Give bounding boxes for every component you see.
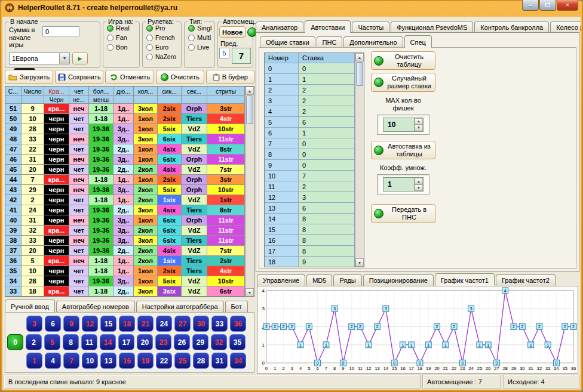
number-button-35[interactable]: 35 xyxy=(229,334,246,350)
table-row[interactable]: 3720чернчет19-362д..2кол4sixVdZ7str xyxy=(5,246,245,256)
number-button-21[interactable]: 21 xyxy=(137,316,154,332)
game-option-fan[interactable]: Fan xyxy=(107,34,139,41)
number-button-7[interactable]: 7 xyxy=(63,353,79,369)
sub-tab-2[interactable]: Дополнительно xyxy=(343,36,403,48)
number-button-12[interactable]: 12 xyxy=(82,316,98,332)
roulette-option-french[interactable]: French xyxy=(146,34,181,41)
close-button[interactable]: × xyxy=(557,0,578,11)
table-row[interactable]: 3428чернчет19-363д..1кол5sixVdZ10str xyxy=(5,276,245,286)
table-row[interactable]: 4833черннеч19-363д..3кол6sixTiers11str xyxy=(5,134,245,144)
number-button-25[interactable]: 25 xyxy=(174,353,191,369)
number-button-4[interactable]: 4 xyxy=(45,353,61,369)
table-row[interactable]: 3932кра...чет19-363д..2кол6sixVdZ11str xyxy=(5,226,245,236)
number-button-16[interactable]: 16 xyxy=(119,353,135,369)
number-button-1[interactable]: 1 xyxy=(26,353,42,369)
number-button-18[interactable]: 18 xyxy=(119,316,135,332)
number-button-20[interactable]: 20 xyxy=(137,334,153,350)
table-row[interactable]: 4928чернчет19-363д..1кол5sixVdZ10str xyxy=(5,124,245,134)
header-cell[interactable]: дю... xyxy=(113,87,134,96)
maximize-button[interactable] xyxy=(539,0,556,11)
table-row[interactable]: 365кра...неч1-181д..2кол1sixTiers2str xyxy=(5,256,245,266)
clear-button[interactable]: × Очистить xyxy=(156,70,204,84)
header-cell[interactable]: Ставка xyxy=(299,53,355,63)
titlebar[interactable]: HelperRoullet 8.71 - create helperroulle… xyxy=(0,0,583,16)
header-cell[interactable]: Число xyxy=(22,87,44,96)
table-row[interactable]: 32 xyxy=(265,95,355,106)
roulette-option-euro[interactable]: Euro xyxy=(146,44,181,51)
save-button[interactable]: Сохранить xyxy=(55,70,103,84)
input-tab-2[interactable]: Настройки автограббера xyxy=(136,301,224,312)
type-option-singl[interactable]: Singl xyxy=(188,24,214,32)
autostake-button[interactable]: Автоставка из таблицы xyxy=(371,141,435,159)
bottom-tab-3[interactable]: Позиционирование xyxy=(363,274,434,286)
number-button-30[interactable]: 30 xyxy=(193,316,209,332)
type-option-multi[interactable]: Multi xyxy=(188,34,214,41)
header-cell[interactable]: Номер xyxy=(265,53,299,63)
number-button-23[interactable]: 23 xyxy=(155,334,171,350)
input-tab-0[interactable]: Ручной ввод xyxy=(5,300,55,312)
main-tab-4[interactable]: Контроль банкролла xyxy=(474,21,549,33)
header-cell[interactable]: сек... xyxy=(182,87,207,96)
spin-up-button[interactable]: ▲ xyxy=(415,118,423,125)
scroll-up-icon[interactable]: ▲ xyxy=(355,53,364,61)
number-button-17[interactable]: 17 xyxy=(118,334,134,350)
table-row[interactable]: 4631черннеч19-363д..1кол6sixOrph11str xyxy=(5,155,245,165)
table-row[interactable]: 136 xyxy=(265,203,355,214)
number-button-29[interactable]: 29 xyxy=(192,334,208,350)
bottom-tab-5[interactable]: График частот2 xyxy=(496,274,556,286)
bottom-tab-4[interactable]: График частот1 xyxy=(435,273,495,286)
scroll-thumb[interactable] xyxy=(246,95,253,124)
number-button-32[interactable]: 32 xyxy=(211,334,227,350)
header-cell[interactable]: кол... xyxy=(134,87,158,96)
max-chips-value[interactable]: 10 xyxy=(383,118,414,131)
header-cell[interactable]: С... xyxy=(5,87,22,96)
number-button-3[interactable]: 3 xyxy=(26,316,42,332)
number-button-26[interactable]: 26 xyxy=(174,334,190,350)
table-row[interactable]: 70 xyxy=(265,138,355,149)
table-row[interactable]: 422чернчет1-181д..2кол1sixVdZ1str xyxy=(5,195,245,205)
number-button-2[interactable]: 2 xyxy=(26,334,42,350)
number-button-0[interactable]: 0 xyxy=(7,334,23,350)
table-row[interactable]: 107 xyxy=(265,171,355,181)
table-row[interactable]: 42 xyxy=(265,106,355,117)
sum-input[interactable] xyxy=(42,26,79,36)
table-row[interactable]: 4124чернчет19-362д..3кол4sixTiers8str xyxy=(5,205,245,215)
table-row[interactable]: 189 xyxy=(265,257,355,267)
stake-scrollbar[interactable]: ▲ ▼ xyxy=(355,53,364,267)
header-cell[interactable]: Кра... xyxy=(44,87,69,96)
bottom-tab-0[interactable]: Управление xyxy=(257,274,305,286)
number-button-6[interactable]: 6 xyxy=(45,316,61,332)
table-row[interactable]: 447кра...неч1-181д..1кол2sixOrph3str xyxy=(5,175,245,185)
main-tab-2[interactable]: Частоты xyxy=(352,21,389,33)
number-button-5[interactable]: 5 xyxy=(44,334,60,350)
table-row[interactable]: 519кра...неч1-181д..3кол2sixOrph3str xyxy=(5,104,245,114)
table-row[interactable]: 11 xyxy=(265,74,355,85)
table-row[interactable]: 4329черннеч19-363д..2кол5sixOrph10str xyxy=(5,185,245,195)
table-row[interactable]: 3510чернчет1-181д..1кол2sixTiers4str xyxy=(5,266,245,276)
main-tab-0[interactable]: Анализатор xyxy=(256,21,303,33)
scroll-down-icon[interactable]: ▼ xyxy=(355,258,364,267)
table-row[interactable]: 123 xyxy=(265,192,355,203)
table-row[interactable]: 3833черннеч19-363д..3кол6sixTiers11str xyxy=(5,236,245,246)
new-game-button[interactable]: Новое xyxy=(219,26,246,38)
scroll-down-icon[interactable]: ▼ xyxy=(246,288,254,297)
number-button-14[interactable]: 14 xyxy=(100,334,116,350)
main-tab-1[interactable]: Автоставки xyxy=(305,20,351,33)
header-cell[interactable]: чет xyxy=(69,87,89,96)
minimize-button[interactable]: – xyxy=(522,0,539,11)
input-tab-1[interactable]: Автограббер номеров xyxy=(56,301,135,312)
table-row[interactable]: 4722чернчет19-362д..1кол4sixVdZ8str xyxy=(5,144,245,155)
number-button-24[interactable]: 24 xyxy=(156,316,172,332)
scroll-up-icon[interactable]: ▲ xyxy=(246,87,254,95)
table-row[interactable]: 158 xyxy=(265,224,355,235)
table-row[interactable]: 112 xyxy=(265,181,355,192)
send-pns-button[interactable]: Передать в ПНС xyxy=(371,204,435,223)
number-button-11[interactable]: 11 xyxy=(81,334,97,350)
number-button-33[interactable]: 33 xyxy=(211,316,228,332)
table-row[interactable]: 00 xyxy=(265,63,355,74)
multiplier-value[interactable]: 1 xyxy=(383,178,414,191)
number-button-13[interactable]: 13 xyxy=(100,353,116,369)
clear-table-button[interactable]: Очистить таблицу xyxy=(371,51,435,70)
roulette-option-pro[interactable]: Pro xyxy=(146,24,181,32)
number-button-27[interactable]: 27 xyxy=(174,316,191,332)
